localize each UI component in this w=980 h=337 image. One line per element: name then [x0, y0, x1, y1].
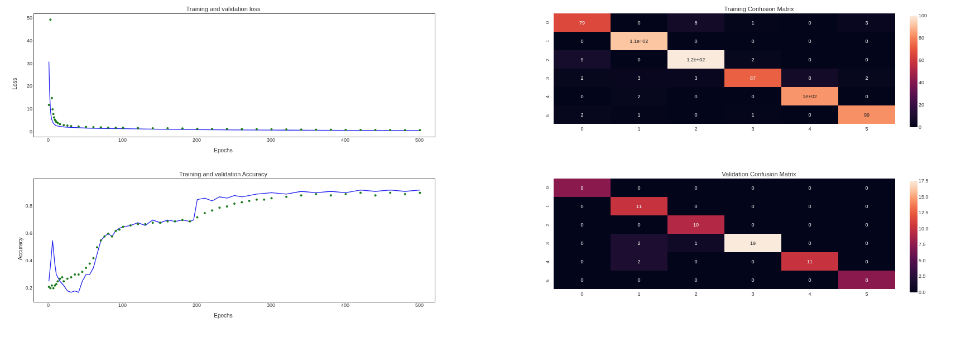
heatmap-cell: 0 — [667, 271, 724, 289]
colorbar-tick: 40 — [919, 80, 924, 85]
chart-title: Training and validation Accuracy — [6, 171, 441, 177]
svg-point-17 — [100, 126, 102, 128]
heatmap-cell: 0 — [781, 105, 838, 124]
svg-point-11 — [63, 124, 65, 126]
heatmap-cell: 0 — [611, 13, 667, 32]
plot-area — [33, 13, 435, 137]
row-label: 2 — [539, 219, 557, 231]
svg-point-72 — [166, 220, 169, 223]
col-label: 2 — [694, 126, 697, 132]
svg-point-10 — [59, 123, 61, 126]
x-tick: 100 — [118, 302, 127, 308]
col-label: 0 — [580, 126, 583, 132]
colorbar-tick: 0 — [919, 124, 921, 130]
svg-point-79 — [218, 206, 220, 209]
heatmap-cell: 0 — [781, 215, 838, 234]
svg-point-19 — [114, 127, 117, 129]
colorbar: 0.02.55.07.510.012.515.017.5 — [910, 181, 917, 292]
svg-point-23 — [166, 127, 169, 129]
y-tick: 0 — [17, 129, 32, 134]
val-confusion-matrix: Validation Confusion Matrix 012345 80000… — [541, 171, 977, 327]
heatmap-cell: 3 — [611, 69, 667, 87]
y-tick: 0.4 — [17, 258, 32, 263]
heatmap-cell: 11 — [611, 197, 667, 215]
heatmap-cell: 0 — [667, 252, 724, 271]
heatmap-cell: 0 — [724, 252, 781, 271]
heatmap-cell: 1.2e+02 — [667, 50, 724, 69]
y-tick: 30 — [17, 61, 32, 66]
svg-point-43 — [51, 285, 53, 287]
svg-point-93 — [374, 194, 377, 196]
svg-point-92 — [359, 191, 362, 194]
svg-point-35 — [344, 129, 347, 131]
heatmap-cell: 0 — [611, 215, 667, 234]
col-label: 5 — [865, 291, 868, 297]
heatmap-cell: 8 — [781, 69, 838, 87]
svg-point-82 — [241, 201, 243, 204]
row-label: 0 — [539, 17, 557, 29]
heatmap-cell: 0 — [838, 234, 895, 252]
svg-point-80 — [226, 205, 228, 208]
svg-point-91 — [344, 193, 347, 195]
svg-point-75 — [189, 220, 191, 223]
heatmap-cell: 0 — [838, 215, 895, 234]
row-label: 1 — [539, 200, 557, 213]
heatmap-cell: 0 — [781, 179, 838, 197]
heatmap-cell: 1 — [667, 234, 724, 252]
col-label: 0 — [580, 291, 583, 297]
svg-point-39 — [404, 129, 406, 131]
svg-point-1 — [49, 18, 51, 21]
svg-point-18 — [107, 127, 109, 129]
col-label: 1 — [637, 126, 640, 132]
heatmap-cell: 0 — [554, 32, 611, 50]
svg-point-22 — [152, 127, 154, 129]
svg-point-88 — [300, 194, 302, 196]
row-label: 5 — [539, 275, 557, 287]
heatmap-cell: 19 — [724, 234, 781, 252]
colorbar-tick: 17.5 — [919, 178, 929, 184]
heatmap-cell: 0 — [667, 32, 724, 50]
svg-point-25 — [196, 128, 199, 130]
svg-point-9 — [57, 122, 59, 124]
svg-point-49 — [61, 276, 64, 278]
heatmap-cell: 0 — [724, 32, 781, 50]
svg-point-64 — [114, 230, 117, 232]
svg-point-53 — [74, 273, 76, 276]
svg-point-86 — [271, 197, 273, 199]
svg-point-27 — [226, 128, 228, 130]
heatmap-cell: 0 — [781, 50, 838, 69]
col-label: 3 — [751, 291, 754, 297]
heatmap-cell: 8 — [838, 271, 895, 289]
svg-point-69 — [144, 223, 146, 225]
svg-point-14 — [78, 126, 80, 128]
heatmap-grid: 790810301.1e+020000901.2e+02200233878202… — [554, 13, 895, 124]
svg-point-66 — [122, 226, 124, 228]
x-tick: 200 — [193, 302, 201, 308]
colorbar-tick: 12.5 — [919, 210, 929, 215]
heatmap-cell: 0 — [838, 50, 895, 69]
x-axis-label: Epochs — [6, 312, 441, 319]
svg-point-0 — [48, 104, 50, 106]
svg-point-65 — [118, 228, 121, 230]
heatmap-cell: 0 — [724, 215, 781, 234]
svg-point-47 — [57, 280, 59, 282]
svg-point-76 — [196, 216, 199, 218]
heatmap-cell: 0 — [724, 87, 781, 105]
loss-chart: Training and validation loss Loss 010203… — [6, 6, 441, 162]
heatmap-cell: 0 — [838, 197, 895, 215]
heatmap-cell: 1.1e+02 — [611, 32, 667, 50]
col-label: 2 — [694, 291, 697, 297]
svg-point-62 — [107, 233, 109, 235]
svg-point-46 — [55, 283, 57, 285]
heatmap-cell: 0 — [781, 32, 838, 50]
row-label: 3 — [539, 238, 557, 250]
col-label: 1 — [637, 291, 640, 297]
col-label: 5 — [865, 126, 868, 132]
heatmap-cell: 0 — [781, 197, 838, 215]
svg-point-48 — [59, 277, 61, 280]
x-tick: 300 — [267, 302, 275, 308]
x-axis-label: Epochs — [6, 147, 441, 153]
heatmap-cell: 2 — [838, 69, 895, 87]
y-tick: 0.6 — [17, 230, 32, 236]
chart-title: Training and validation loss — [6, 6, 441, 12]
